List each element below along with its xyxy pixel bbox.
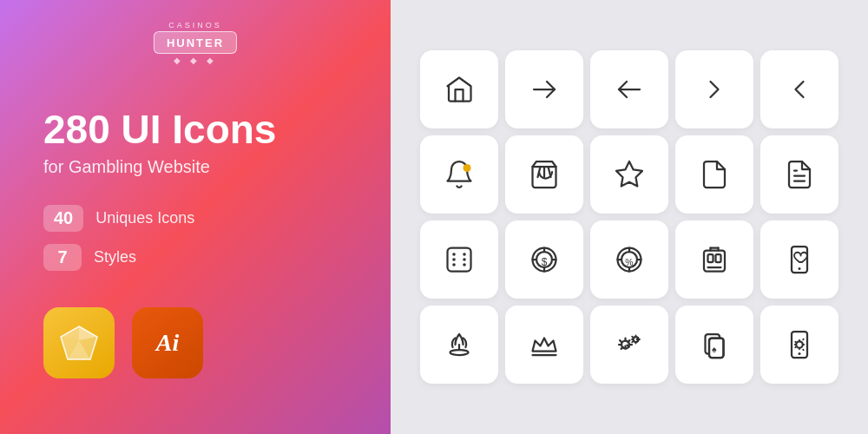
icon-card-bell xyxy=(420,135,498,214)
phone-settings-icon xyxy=(784,329,815,360)
svg-text:$: $ xyxy=(542,256,548,268)
chip-dollar-icon: $ xyxy=(529,244,560,275)
icon-card-arrow-right xyxy=(505,50,583,128)
logo-badge: HUNTER xyxy=(154,31,237,54)
icon-card-star xyxy=(590,135,668,214)
icons-grid-container: $ % xyxy=(413,43,845,391)
fountain-icon xyxy=(444,329,475,360)
logo-main-text: HUNTER xyxy=(167,36,224,49)
stat-badge-2: 7 xyxy=(43,244,82,271)
svg-point-18 xyxy=(463,253,466,256)
dice-icon xyxy=(444,244,475,275)
svg-point-21 xyxy=(452,258,456,261)
svg-rect-39 xyxy=(716,254,721,262)
stat-badge-1: 40 xyxy=(43,205,83,232)
logo-small-text: CASINOS xyxy=(168,21,222,30)
right-panel: $ % xyxy=(391,0,868,434)
svg-point-8 xyxy=(464,164,471,172)
svg-point-20 xyxy=(463,263,466,266)
file-text-icon xyxy=(784,159,815,190)
icon-card-gears xyxy=(590,306,668,384)
icon-card-fountain xyxy=(420,306,498,384)
icon-card-chevron-right xyxy=(675,50,753,128)
arrow-left-icon xyxy=(614,74,645,105)
slot-machine-icon xyxy=(699,244,730,275)
icon-card-slot-machine xyxy=(675,220,753,299)
svg-text:♠: ♠ xyxy=(712,344,717,354)
chevron-left-icon xyxy=(784,74,815,105)
stat-row-2: 7 Styles xyxy=(43,244,136,271)
svg-point-22 xyxy=(463,258,466,261)
icon-card-file-text xyxy=(760,135,838,214)
home-icon xyxy=(444,74,475,105)
icon-card-dice xyxy=(420,220,498,299)
chip-percent-icon: % xyxy=(614,244,645,275)
icon-card-crown xyxy=(505,306,583,384)
gears-icon xyxy=(614,329,645,360)
stat-number-1: 40 xyxy=(54,208,73,227)
svg-marker-13 xyxy=(616,161,642,187)
chevron-right-icon xyxy=(699,74,730,105)
stat-label-1: Uniques Icons xyxy=(95,209,194,227)
ai-app-icon: Ai xyxy=(132,307,203,378)
icon-card-home xyxy=(420,50,498,128)
icon-card-phone-heart xyxy=(760,220,838,299)
basket-icon xyxy=(529,159,560,190)
arrow-right-icon xyxy=(529,74,560,105)
logo-diamonds: ◆ ◆ ◆ xyxy=(174,56,217,65)
svg-point-55 xyxy=(796,341,803,348)
logo-area: CASINOS HUNTER ◆ ◆ ◆ xyxy=(154,21,237,65)
svg-rect-38 xyxy=(708,254,713,262)
sketch-gem-svg xyxy=(57,323,101,363)
icon-card-playing-cards: ♠ xyxy=(675,306,753,384)
svg-point-17 xyxy=(452,253,456,256)
star-icon xyxy=(614,159,645,190)
svg-point-19 xyxy=(452,263,456,266)
ai-app-label: Ai xyxy=(156,329,179,357)
main-title: 280 UI Icons xyxy=(43,108,276,152)
icon-card-file xyxy=(675,135,753,214)
phone-heart-icon xyxy=(784,244,815,275)
icon-card-phone-settings xyxy=(760,306,838,384)
app-icons: Ai xyxy=(43,307,203,378)
sub-title: for Gambling Website xyxy=(43,157,210,177)
icon-card-chip-percent: % xyxy=(590,220,668,299)
stat-label-2: Styles xyxy=(94,248,136,266)
stat-row-1: 40 Uniques Icons xyxy=(43,205,194,232)
crown-icon xyxy=(529,329,560,360)
icon-card-chip-dollar: $ xyxy=(505,220,583,299)
icons-grid: $ % xyxy=(420,50,838,384)
svg-text:%: % xyxy=(625,257,633,267)
icon-card-arrow-left xyxy=(590,50,668,128)
file-icon xyxy=(699,159,730,190)
playing-cards-icon: ♠ xyxy=(699,329,730,360)
bell-icon xyxy=(444,159,475,190)
sketch-app-icon xyxy=(43,307,115,378)
svg-rect-16 xyxy=(448,248,471,272)
svg-line-12 xyxy=(549,167,551,177)
icon-card-chevron-left xyxy=(760,50,838,128)
icon-card-basket xyxy=(505,135,583,214)
stat-number-2: 7 xyxy=(57,247,67,266)
left-panel: CASINOS HUNTER ◆ ◆ ◆ 280 UI Icons for Ga… xyxy=(0,0,391,434)
